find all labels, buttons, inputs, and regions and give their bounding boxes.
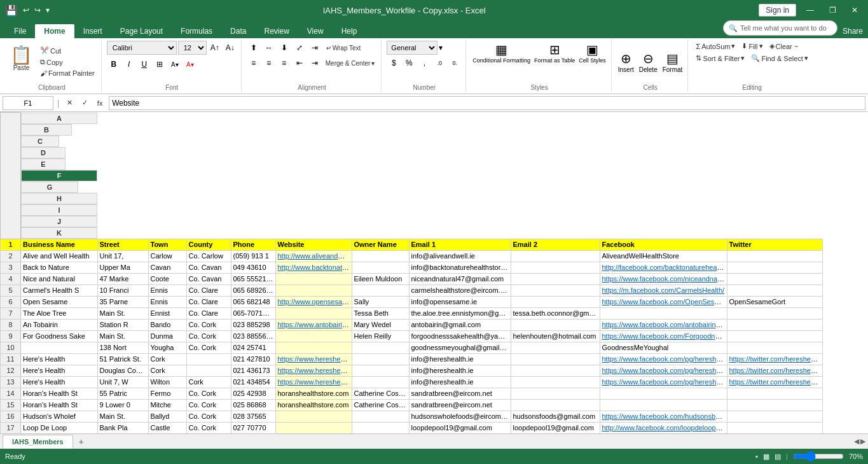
cell[interactable]: carmelshealthstore@eircom.net	[409, 285, 511, 296]
minimize-button[interactable]: —	[801, 4, 819, 16]
cell[interactable]: Website	[275, 239, 352, 250]
fill-btn[interactable]: ⬇ Fill ▾	[739, 41, 765, 52]
cell[interactable]: The Aloe Tree	[21, 307, 98, 319]
cell[interactable]: Phone	[231, 239, 275, 250]
cell[interactable]	[511, 353, 600, 365]
tab-help[interactable]: Help	[333, 24, 366, 38]
text-direction-btn[interactable]: ⤢	[293, 41, 307, 55]
cell[interactable]: Co. Carlow	[186, 250, 231, 262]
add-sheet-button[interactable]: +	[74, 435, 88, 449]
italic-button[interactable]: I	[122, 57, 136, 71]
tab-data[interactable]: Data	[221, 24, 255, 38]
cell[interactable]: Co. Cavan	[186, 273, 231, 285]
cell[interactable]: Mary Wedel	[352, 319, 409, 330]
cell[interactable]: Carlow	[148, 250, 186, 262]
close-button[interactable]: ✕	[846, 4, 863, 16]
cell[interactable]: Wilton	[148, 376, 186, 388]
cell[interactable]: Co. Cork	[186, 330, 231, 342]
tab-pagelayout[interactable]: Page Layout	[111, 24, 172, 38]
cell[interactable]: 023 885298	[231, 319, 275, 330]
cancel-formula-btn[interactable]: ✕	[63, 96, 76, 110]
cell[interactable]	[352, 250, 409, 262]
cell[interactable]: https://twitter.com/hereshealth?lang=e	[727, 353, 822, 365]
tab-file[interactable]: File	[5, 24, 35, 38]
indent-btn[interactable]: ⇥	[308, 41, 322, 55]
cell[interactable]	[727, 342, 822, 353]
cell[interactable]: helenhouten@hotmail.com	[511, 330, 600, 342]
sign-in-button[interactable]: Sign in	[759, 4, 796, 17]
cell-link[interactable]: https://twitter.com/hereshealth?lang=e	[729, 355, 823, 363]
col-header-E[interactable]: E	[21, 158, 65, 170]
insert-cells-btn[interactable]: ⊕ Insert	[617, 50, 635, 74]
cell[interactable]	[352, 365, 409, 376]
cell[interactable]: GoodnessMeYoughal	[600, 342, 727, 353]
align-right-btn[interactable]: ≡	[277, 56, 291, 70]
cut-button[interactable]: ✂️ Cut	[38, 45, 97, 56]
cell[interactable]: Cork	[148, 365, 186, 376]
cell[interactable]: antobairin@gmail.com	[409, 319, 511, 330]
cell[interactable]: 025 86868	[231, 399, 275, 411]
cell[interactable]: Hudson's Wholef	[21, 411, 98, 422]
percent-btn[interactable]: %	[402, 56, 416, 70]
insert-function-btn[interactable]: fx	[93, 96, 106, 110]
cell[interactable]: Co. Cork	[186, 319, 231, 330]
cell[interactable]: Co. Clare	[186, 296, 231, 307]
cell[interactable]: info@hereshealth.ie	[409, 376, 511, 388]
cell[interactable]: Owner Name	[352, 239, 409, 250]
cell[interactable]	[275, 307, 352, 319]
cell[interactable]: AliveandWellHealthStore	[600, 250, 727, 262]
cell[interactable]: Station R	[97, 319, 148, 330]
cell[interactable]: Alive and Well Health	[21, 250, 98, 262]
cell-link[interactable]: https://www.facebook.com/pg/hereshealth.…	[602, 355, 727, 363]
comma-btn[interactable]: ,	[417, 56, 431, 70]
cell[interactable]	[511, 342, 600, 353]
cell[interactable]	[186, 365, 231, 376]
page-layout-btn[interactable]: ▦	[763, 453, 769, 461]
cell[interactable]: Cork	[148, 353, 186, 365]
cell[interactable]: 024 25741	[231, 342, 275, 353]
border-button[interactable]: ⊞	[153, 57, 167, 71]
cell[interactable]	[727, 307, 822, 319]
cell[interactable]: An Tobairin	[21, 319, 98, 330]
cell[interactable]	[275, 422, 352, 433]
cell[interactable]: Open Sesame	[21, 296, 98, 307]
cell[interactable]	[511, 262, 600, 273]
merge-center-button[interactable]: Merge & Center ▾	[323, 56, 378, 70]
cell[interactable]: Email 2	[511, 239, 600, 250]
cell[interactable]	[727, 285, 822, 296]
cell[interactable]: Main St.	[97, 307, 148, 319]
cell[interactable]: Eileen Muldoon	[352, 273, 409, 285]
row-number[interactable]: 1	[1, 239, 21, 250]
cell[interactable]: https://www.facebook.com/Forgoodnesssake…	[600, 330, 727, 342]
col-header-H[interactable]: H	[21, 193, 97, 204]
cell-link[interactable]: https://www.facebook.com/Forgoodnesssake…	[602, 332, 727, 340]
col-header-G[interactable]: G	[21, 181, 78, 193]
cell[interactable]: Tessa Beth	[352, 307, 409, 319]
cell[interactable]: https://www.facebook.com/niceandnaturalc…	[600, 273, 727, 285]
cell[interactable]: County	[186, 239, 231, 250]
cell[interactable]	[275, 342, 352, 353]
cell[interactable]	[727, 388, 822, 399]
cell[interactable]: 9 Lower 0	[97, 399, 148, 411]
cell[interactable]: Coote	[148, 273, 186, 285]
col-header-F[interactable]: F	[21, 170, 97, 181]
decrease-decimal-btn[interactable]: 0.	[448, 56, 462, 70]
decrease-font-btn[interactable]: A↓	[223, 41, 237, 55]
cell[interactable]: Unit 7, W	[97, 376, 148, 388]
cell[interactable]: loopdepool19@gmail.com	[409, 422, 511, 433]
cell-link[interactable]: https://www.facebook.com/hudsonsballydeh…	[602, 412, 727, 420]
conditional-formatting-btn[interactable]: ▦ Conditional Formatting	[471, 41, 532, 65]
cell[interactable]: hudsonswholefoods@eircom.net	[409, 411, 511, 422]
cell-link[interactable]: http://www.opensesame.	[278, 298, 352, 306]
row-number[interactable]: 7	[1, 307, 21, 319]
cell[interactable]: Fermo	[148, 388, 186, 399]
cell[interactable]: For Goodness Sake	[21, 330, 98, 342]
confirm-formula-btn[interactable]: ✓	[78, 96, 91, 110]
cell[interactable]: https://m.facebook.com/CarmelsHealth/	[600, 285, 727, 296]
cell[interactable]	[727, 399, 822, 411]
cell[interactable]: Cork	[186, 376, 231, 388]
cell[interactable]	[275, 411, 352, 422]
tell-me-bar[interactable]: 🔍 Tell me what you want to do	[723, 20, 837, 36]
increase-decimal-btn[interactable]: .0	[432, 56, 446, 70]
cell[interactable]: Horan's Health St	[21, 399, 98, 411]
